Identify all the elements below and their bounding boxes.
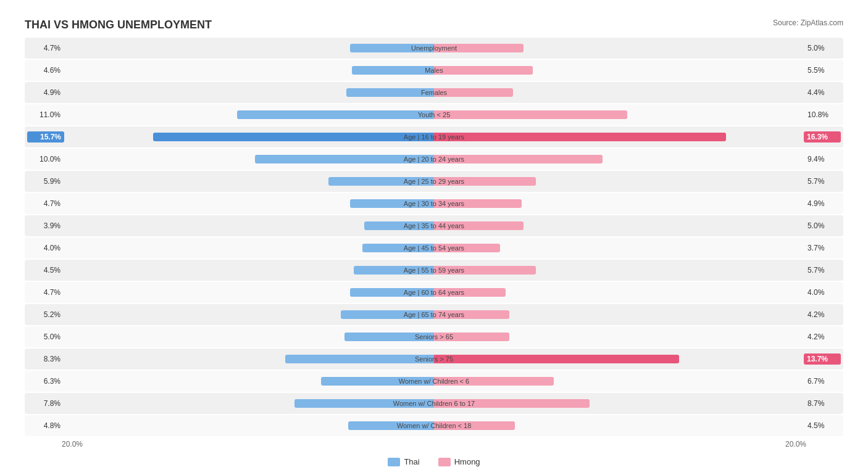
bar-row: 15.7%Age | 16 to 19 years16.3% bbox=[25, 126, 843, 147]
right-bar bbox=[434, 44, 524, 52]
chart-container: THAI VS HMONG UNEMPLOYMENT Source: ZipAt… bbox=[12, 12, 856, 467]
left-bar bbox=[350, 199, 434, 208]
right-bar bbox=[434, 244, 500, 252]
right-value: 10.8% bbox=[804, 110, 841, 119]
right-bar bbox=[434, 266, 536, 275]
left-bar bbox=[350, 44, 434, 52]
left-value: 5.9% bbox=[27, 177, 64, 186]
right-value: 3.7% bbox=[804, 244, 841, 252]
bar-row: 5.0%Seniors > 654.2% bbox=[25, 326, 843, 347]
left-bar bbox=[364, 221, 434, 230]
left-bar bbox=[294, 399, 434, 408]
left-value: 15.7% bbox=[27, 131, 64, 143]
bar-row: 4.8%Women w/ Children < 184.5% bbox=[25, 415, 843, 436]
bars-area: Age | 55 to 59 years bbox=[64, 260, 804, 281]
bar-row: 4.6%Males5.5% bbox=[25, 60, 843, 81]
legend-thai-box bbox=[388, 458, 400, 466]
bars-area: Women w/ Children < 6 bbox=[64, 371, 804, 392]
left-value: 11.0% bbox=[27, 110, 64, 119]
bars-area: Age | 35 to 44 years bbox=[64, 215, 804, 236]
legend-hmong-box bbox=[438, 458, 451, 466]
right-bar bbox=[434, 288, 506, 297]
left-bar bbox=[350, 288, 434, 297]
left-bar bbox=[321, 377, 434, 386]
chart-title: THAI VS HMONG UNEMPLOYMENT bbox=[25, 19, 212, 31]
right-value: 4.4% bbox=[804, 88, 841, 97]
bar-row: 4.5%Age | 55 to 59 years5.7% bbox=[25, 260, 843, 281]
right-bar bbox=[434, 355, 679, 363]
bars-area: Females bbox=[64, 82, 804, 103]
left-value: 8.3% bbox=[27, 355, 64, 363]
bars-area: Males bbox=[64, 60, 804, 81]
right-value: 6.7% bbox=[804, 377, 841, 386]
right-bar bbox=[434, 133, 726, 141]
right-value: 5.7% bbox=[804, 266, 841, 275]
right-bar bbox=[434, 88, 513, 97]
left-value: 7.8% bbox=[27, 399, 64, 408]
left-bar bbox=[255, 155, 434, 163]
left-value: 4.5% bbox=[27, 266, 64, 275]
left-value: 6.3% bbox=[27, 377, 64, 386]
left-bar bbox=[153, 133, 434, 141]
bars-area: Age | 25 to 29 years bbox=[64, 171, 804, 192]
left-value: 5.2% bbox=[27, 310, 64, 319]
bars-area: Women w/ Children < 18 bbox=[64, 415, 804, 436]
right-bar bbox=[434, 177, 536, 186]
right-value: 16.3% bbox=[804, 131, 841, 143]
right-value: 4.0% bbox=[804, 288, 841, 297]
left-bar bbox=[344, 333, 434, 341]
bar-row: 3.9%Age | 35 to 44 years5.0% bbox=[25, 215, 843, 236]
bar-row: 6.3%Women w/ Children < 66.7% bbox=[25, 371, 843, 392]
bar-row: 5.2%Age | 65 to 74 years4.2% bbox=[25, 304, 843, 325]
right-value: 4.2% bbox=[804, 333, 841, 341]
bars-area: Women w/ Children 6 to 17 bbox=[64, 393, 804, 414]
bar-row: 4.7%Unemployment5.0% bbox=[25, 38, 843, 59]
bars-area: Age | 60 to 64 years bbox=[64, 282, 804, 303]
bar-row: 11.0%Youth < 2510.8% bbox=[25, 104, 843, 125]
left-bar bbox=[328, 177, 434, 186]
left-value: 10.0% bbox=[27, 155, 64, 163]
bars-area: Seniors > 65 bbox=[64, 326, 804, 347]
bars-area: Age | 20 to 24 years bbox=[64, 149, 804, 170]
left-bar bbox=[341, 310, 434, 319]
legend: Thai Hmong bbox=[25, 457, 843, 466]
bar-row: 4.0%Age | 45 to 54 years3.7% bbox=[25, 238, 843, 258]
legend-thai-label: Thai bbox=[404, 457, 419, 466]
axis-labels: 20.0% 20.0% bbox=[25, 437, 843, 451]
left-bar bbox=[362, 244, 434, 252]
bar-row: 8.3%Seniors > 7513.7% bbox=[25, 349, 843, 370]
legend-hmong-label: Hmong bbox=[454, 457, 480, 466]
chart-body: 4.7%Unemployment5.0%4.6%Males5.5%4.9%Fem… bbox=[25, 38, 843, 436]
right-value: 4.2% bbox=[804, 310, 841, 319]
right-value: 9.4% bbox=[804, 155, 841, 163]
right-bar bbox=[434, 110, 627, 119]
right-bar bbox=[434, 333, 509, 341]
right-value: 5.0% bbox=[804, 221, 841, 230]
left-bar bbox=[354, 266, 435, 275]
left-value: 4.7% bbox=[27, 44, 64, 52]
legend-thai: Thai bbox=[388, 457, 419, 466]
right-value: 4.9% bbox=[804, 199, 841, 208]
right-bar bbox=[434, 199, 522, 208]
left-bar bbox=[348, 421, 434, 430]
chart-header: THAI VS HMONG UNEMPLOYMENT Source: ZipAt… bbox=[25, 19, 843, 31]
bars-area: Age | 65 to 74 years bbox=[64, 304, 804, 325]
left-bar bbox=[352, 66, 434, 75]
right-bar bbox=[434, 421, 515, 430]
right-value: 4.5% bbox=[804, 421, 841, 430]
right-bar bbox=[434, 377, 554, 386]
bar-row: 10.0%Age | 20 to 24 years9.4% bbox=[25, 149, 843, 170]
axis-right-label: 20.0% bbox=[785, 440, 806, 448]
bar-row: 4.9%Females4.4% bbox=[25, 82, 843, 103]
bars-area: Youth < 25 bbox=[64, 104, 804, 125]
left-value: 4.0% bbox=[27, 244, 64, 252]
right-value: 13.7% bbox=[804, 353, 841, 365]
bars-area: Unemployment bbox=[64, 38, 804, 59]
left-value: 4.9% bbox=[27, 88, 64, 97]
chart-source: Source: ZipAtlas.com bbox=[773, 19, 843, 27]
left-value: 3.9% bbox=[27, 221, 64, 230]
bar-row: 7.8%Women w/ Children 6 to 178.7% bbox=[25, 393, 843, 414]
right-bar bbox=[434, 66, 533, 75]
right-value: 5.5% bbox=[804, 66, 841, 75]
bar-row: 4.7%Age | 60 to 64 years4.0% bbox=[25, 282, 843, 303]
